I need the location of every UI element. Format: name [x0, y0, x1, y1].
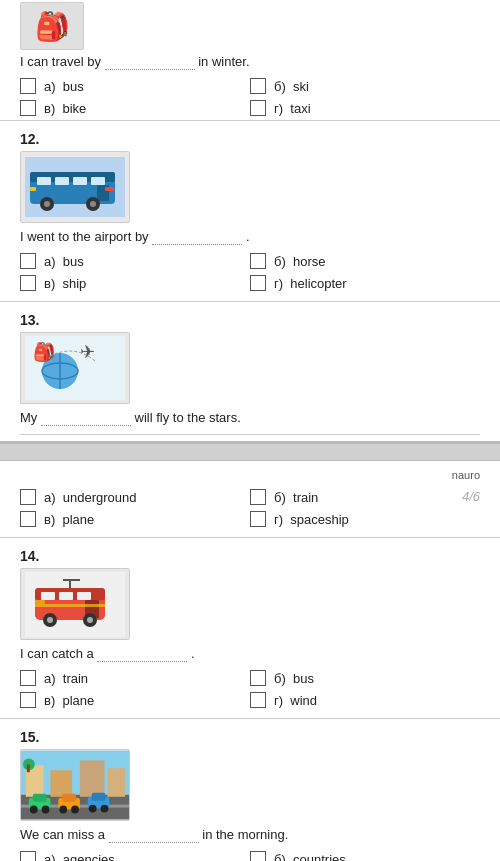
options-row-15: a) agencies б) countries	[20, 851, 480, 861]
svg-point-9	[44, 201, 50, 207]
svg-text:🎒: 🎒	[33, 341, 56, 363]
options-row-12: a) bus в) ship б) hor	[20, 253, 480, 291]
bus-svg	[25, 157, 125, 217]
page: 🎒 I can travel by in winter. a) bus	[0, 0, 500, 861]
option-label: г) wind	[274, 693, 317, 708]
question-number-13: 13.	[20, 312, 480, 328]
question-text-12: I went to the airport by .	[20, 229, 480, 245]
option-item: б) bus	[250, 670, 480, 686]
question-image-13: ✈ 🎒	[20, 332, 130, 404]
svg-point-11	[90, 201, 96, 207]
svg-rect-13	[105, 187, 114, 191]
option-item: б) countries	[250, 851, 480, 861]
options-continuation: a) underground в) plane б)	[0, 485, 500, 538]
question-number-14: 14.	[20, 548, 480, 564]
option-item: г) wind	[250, 692, 480, 708]
option-label: г) taxi	[274, 101, 311, 116]
checkbox[interactable]	[20, 670, 36, 686]
option-label: a) bus	[44, 254, 84, 269]
svg-rect-49	[62, 794, 76, 802]
option-item: в) plane	[20, 692, 250, 708]
option-item: в) plane	[20, 511, 250, 527]
option-item: г) spaceship	[250, 511, 480, 527]
checkbox[interactable]	[20, 253, 36, 269]
option-label: в) plane	[44, 693, 94, 708]
svg-rect-53	[92, 793, 106, 801]
checkbox[interactable]	[20, 78, 36, 94]
checkbox[interactable]	[20, 851, 36, 861]
svg-point-46	[30, 806, 38, 814]
question-image-12	[20, 151, 130, 223]
option-label: б) train	[274, 490, 318, 505]
svg-rect-12	[30, 187, 36, 191]
option-label: a) agencies	[44, 852, 115, 862]
q-continuation-text: I can travel by in winter.	[20, 54, 480, 70]
svg-rect-43	[27, 764, 30, 772]
nauro-label: nauro	[452, 469, 480, 481]
top-image: 🎒	[20, 2, 84, 50]
option-label: б) countries	[274, 852, 346, 862]
checkbox[interactable]	[20, 489, 36, 505]
cars-svg	[21, 750, 129, 820]
options-left-12: a) bus в) ship	[20, 253, 250, 291]
option-label: г) spaceship	[274, 512, 349, 527]
option-item: г) helicopter	[250, 275, 480, 291]
svg-rect-27	[35, 600, 45, 604]
checkbox[interactable]	[250, 253, 266, 269]
checkbox[interactable]	[250, 78, 266, 94]
checkbox[interactable]	[20, 100, 36, 116]
option-label: в) plane	[44, 512, 94, 527]
travel-svg: ✈ 🎒	[25, 336, 125, 400]
checkbox[interactable]	[250, 670, 266, 686]
option-item: б) horse	[250, 253, 480, 269]
page2-header: nauro 4/6	[0, 461, 500, 485]
svg-rect-5	[73, 177, 87, 185]
option-label: б) ski	[274, 79, 309, 94]
option-item: a) agencies	[20, 851, 250, 861]
tram-svg	[25, 572, 125, 637]
checkbox[interactable]	[20, 275, 36, 291]
checkbox[interactable]	[250, 275, 266, 291]
checkbox[interactable]	[250, 851, 266, 861]
svg-point-51	[71, 806, 79, 814]
option-item: a) train	[20, 670, 250, 686]
options-row-14: a) train в) plane б)	[20, 670, 480, 708]
option-item: a) bus	[20, 253, 250, 269]
checkbox[interactable]	[20, 511, 36, 527]
svg-point-50	[59, 806, 67, 814]
options-right-15: б) countries	[250, 851, 480, 861]
checkbox[interactable]	[250, 692, 266, 708]
page-badge: 4/6	[462, 489, 480, 504]
question-15: 15.	[0, 719, 500, 861]
question-12: 12.	[0, 121, 500, 302]
svg-point-29	[47, 617, 53, 623]
options-row-top: a) bus в) bike б) ski	[20, 78, 480, 116]
checkbox[interactable]	[20, 692, 36, 708]
svg-rect-3	[37, 177, 51, 185]
question-image-15	[20, 749, 130, 821]
option-label: в) bike	[44, 101, 86, 116]
options-left-top: a) bus в) bike	[20, 78, 250, 116]
svg-point-54	[89, 805, 97, 813]
question-image-14	[20, 568, 130, 640]
svg-rect-4	[55, 177, 69, 185]
option-label: б) bus	[274, 671, 314, 686]
options-right-14: б) bus г) wind	[250, 670, 480, 708]
checkbox[interactable]	[250, 100, 266, 116]
svg-rect-40	[80, 760, 105, 796]
svg-rect-24	[59, 592, 73, 600]
question-text-13: My will fly to the stars.	[20, 410, 480, 426]
checkbox[interactable]	[250, 511, 266, 527]
option-label: a) bus	[44, 79, 84, 94]
option-item: в) bike	[20, 100, 250, 116]
svg-point-47	[42, 806, 50, 814]
option-item: a) bus	[20, 78, 250, 94]
page-divider	[0, 443, 500, 461]
separator	[20, 434, 480, 435]
options-row-cont: a) underground в) plane б)	[20, 489, 480, 527]
option-item: a) underground	[20, 489, 250, 505]
option-label: a) train	[44, 671, 88, 686]
checkbox[interactable]	[250, 489, 266, 505]
question-text-15: We can miss a in the morning.	[20, 827, 480, 843]
options-right-top: б) ski г) taxi	[250, 78, 480, 116]
